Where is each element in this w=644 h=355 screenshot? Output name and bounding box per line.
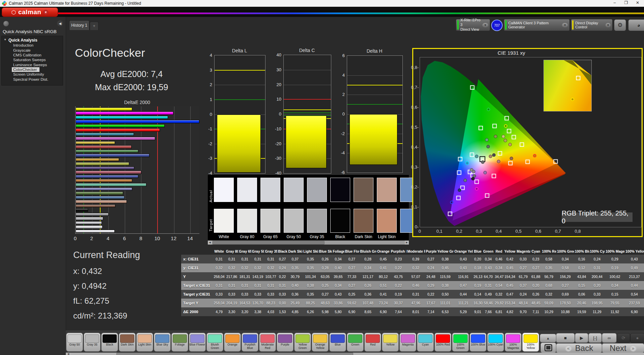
patch-button-100-green[interactable]: 100% Green — [452, 333, 469, 352]
cell-100-red-target-y: 59,09 — [541, 299, 557, 307]
patch-button-foliage[interactable]: Foliage — [171, 333, 188, 352]
display-control-dropdown[interactable]: Direct Display Control ▼ — [571, 19, 613, 31]
y-tick-6: 6 — [335, 53, 345, 58]
patch-button-moderate-red[interactable]: Moderate Red — [259, 333, 276, 352]
cell-100-yellow-target-x-cie31: 0,44 — [625, 281, 644, 290]
tree-root-quick-analysis[interactable]: ▾ Quick Analysis — [2, 37, 63, 43]
patch-chip — [208, 334, 222, 343]
cie-measured-circle-5 — [494, 135, 497, 138]
infinity-button[interactable]: ∞ — [602, 333, 617, 343]
back-button[interactable]: « Back — [556, 343, 602, 353]
patch-button-blue-sky[interactable]: Blue Sky — [154, 333, 171, 352]
patch-button-black[interactable]: Black — [101, 333, 118, 352]
cell-blue-flower-y: 77,33 — [344, 272, 360, 281]
cie-inset-measured-circle — [571, 98, 574, 101]
strip-expand-button[interactable]: ▲ — [540, 334, 556, 343]
workflow-dot-icon[interactable] — [3, 21, 9, 26]
patch-button-yellow-green[interactable]: Yellow Green — [294, 333, 311, 352]
tab-history-1[interactable]: History 1 — [69, 20, 89, 30]
cell-light-skin-x-cie31: 0,35 — [303, 255, 318, 263]
sidebar-item-saturation-sweeps[interactable]: Saturation Sweeps — [2, 57, 63, 62]
patch-button-green[interactable]: Green — [347, 333, 364, 352]
cell-black-x-cie31: 0,27 — [277, 255, 287, 263]
patch-button-orange[interactable]: Orange — [224, 333, 241, 352]
patch-button-blue-flower[interactable]: Blue Flower — [189, 333, 206, 352]
sidebar-collapse-button[interactable]: ◀ — [57, 20, 63, 26]
cell-100-cyan-target-y: 198,95 — [589, 299, 605, 307]
cell-white-e-2000: 4,79 — [213, 307, 225, 316]
frame-button[interactable]: [-] — [588, 333, 602, 343]
next-button[interactable]: Next » — [602, 343, 644, 353]
deltae-bar-100-green — [76, 124, 165, 128]
sidebar-item-grayscale[interactable]: Grayscale — [2, 48, 63, 52]
cell-100-blue-target-y-cie31: 0,06 — [574, 290, 589, 299]
cell-cyan-x-cie31: 0,23 — [530, 255, 541, 263]
patch-button-100-cyan[interactable]: 100% Cyan — [487, 333, 504, 352]
patch-label: Orange Yellow — [312, 343, 328, 350]
delta-l-bar — [217, 115, 261, 173]
patch-button-bluish-green[interactable]: Bluish Green — [206, 333, 223, 352]
meter-badge[interactable]: 707 — [491, 20, 503, 31]
cell-purple-y-cie31: 0,24 — [425, 263, 437, 272]
calman-app-window: Calman 2025 Calman Ultimate for Business… — [0, 0, 644, 355]
scroll-right-icon[interactable]: ▶ — [405, 240, 409, 245]
maximize-button[interactable]: ❐ — [620, 0, 632, 6]
meter-dropdown[interactable]: X-Rite i1Pro 3 Direct View ▼ — [456, 19, 490, 31]
patch-button-orange-yellow[interactable]: Orange Yellow — [312, 333, 329, 352]
sidebar-item-spectral-power-dist[interactable]: Spectral Power Dist. — [2, 77, 63, 82]
close-button[interactable]: ✕ — [632, 0, 643, 6]
sidebar-item-colorchecker[interactable]: ColorChecker — [12, 67, 39, 72]
patch-button-gray-50[interactable]: Gray 50 — [66, 333, 83, 352]
scrollbar-thumb[interactable] — [116, 353, 353, 355]
patch-button-purple[interactable]: Purple — [277, 333, 293, 352]
pattern-generator-dropdown[interactable]: CalMAN Client 3 Pattern Generator ▼ — [504, 19, 570, 31]
scrollbar-thumb[interactable] — [213, 241, 325, 245]
settings-button[interactable]: ⚙ — [614, 19, 626, 31]
sidebar-item-cms-calibration[interactable]: CMS Calibration — [2, 53, 63, 57]
sidebar-item-screen-uniformity[interactable]: Screen Uniformity — [2, 72, 63, 77]
cell-moderate-red-y: 57,07 — [407, 272, 425, 281]
patch-button-100-blue[interactable]: 100% Blue — [470, 333, 486, 352]
deltae-chart-title: DeltaE 2000 — [75, 100, 199, 105]
scroll-left-icon[interactable]: ◀ — [66, 353, 71, 355]
play-button[interactable]: ▶ — [575, 333, 588, 343]
bottom-scrollbar[interactable]: ◀ — [66, 353, 644, 355]
deltae-bar-dark-skin — [76, 204, 115, 208]
patch-button-dark-skin[interactable]: Dark Skin — [119, 333, 136, 352]
minimize-button[interactable]: – — [609, 0, 620, 6]
patch-button-100-magenta[interactable]: 100% Magenta — [505, 333, 522, 352]
cell-gray-65-y-cie31: 0,32 — [238, 263, 251, 272]
pattern-window-button[interactable] — [540, 343, 556, 353]
deltae-bar-row — [76, 204, 199, 208]
swatch-scrollbar[interactable]: ◀ ▶ — [208, 240, 409, 245]
cell-white-target-y: 258,04 — [213, 299, 225, 307]
patch-button-100-yellow[interactable]: 100% Yellow — [522, 333, 539, 352]
col-header-100-red: 100% Red — [541, 245, 557, 255]
cie-1931-panel[interactable]: CIE 1931 xy RGB Triplet: 255, 255, 0 0,8… — [412, 48, 643, 237]
cell-100-yellow-x-cie31: 0,43 — [625, 255, 644, 263]
cell-foliage-target-y: 33,86 — [332, 299, 344, 307]
add-tab-button[interactable]: + — [90, 22, 99, 30]
sidebar-item-luminance-sweeps[interactable]: Luminance Sweeps — [2, 62, 63, 67]
cell-100-cyan-target-y-cie31: 0,33 — [589, 290, 605, 299]
cell-gray-35-target-y: 88,23 — [264, 299, 277, 307]
x-tick-8: 8 — [139, 235, 142, 241]
patch-chip — [524, 334, 538, 343]
patch-button-red[interactable]: Red — [364, 333, 381, 352]
sidebar-item-introduction[interactable]: Introduction — [2, 43, 63, 48]
patch-button-cyan[interactable]: Cyan — [417, 333, 434, 352]
patch-chip — [138, 334, 152, 343]
patch-button-yellow[interactable]: Yellow — [382, 333, 399, 352]
patch-button-purplish-blue[interactable]: Purplish Blue — [242, 333, 258, 352]
patch-button-gray-35[interactable]: Gray 35 — [84, 333, 101, 352]
patch-button-magenta[interactable]: Magenta — [399, 333, 416, 352]
patch-button-100-red[interactable]: 100% Red — [435, 333, 451, 352]
ref-line-3 — [284, 109, 331, 110]
patch-button-blue[interactable]: Blue — [329, 333, 346, 352]
layout-button[interactable]: ◕ — [628, 19, 644, 31]
patch-button-light-skin[interactable]: Light Skin — [136, 333, 153, 352]
calman-menu-button[interactable]: ⬡ calman ▼ — [2, 7, 58, 17]
cell-100-green-y: 156,29 — [556, 272, 574, 281]
stop-button[interactable]: ■ — [556, 333, 575, 343]
scroll-left-icon[interactable]: ◀ — [208, 240, 212, 245]
